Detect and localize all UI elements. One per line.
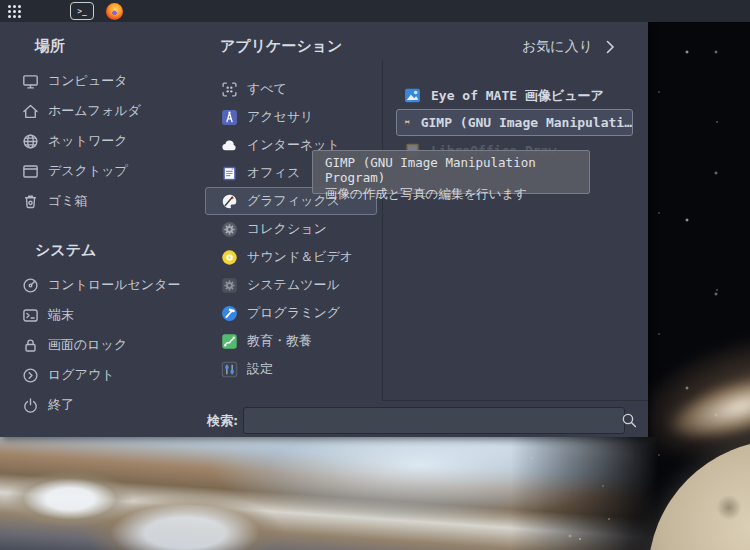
chevron-right-icon [606, 40, 615, 54]
eye-of-mate-icon [404, 87, 421, 104]
computer-icon [22, 73, 39, 90]
collection-icon [221, 221, 238, 238]
search-divider [382, 400, 648, 401]
desktop-screen: >_ 場所 コンピュータ ホームフォルダ ネットワーク デスクトップ [0, 0, 750, 550]
column-divider [382, 60, 383, 400]
programming-icon [221, 305, 238, 322]
search-input[interactable] [243, 407, 625, 434]
terminal-icon [22, 307, 39, 324]
logout-icon [22, 367, 39, 384]
system-header: システム [35, 241, 96, 260]
settings-icon [221, 361, 238, 378]
control-center-icon [22, 277, 39, 294]
applications-header: アプリケーション [220, 37, 342, 56]
gimp-tooltip: GIMP (GNU Image Manipulation Program) 画像… [312, 150, 590, 194]
firefox-icon[interactable] [106, 3, 123, 20]
sound-video-icon [221, 249, 238, 266]
top-panel: >_ [0, 0, 750, 22]
place-item-computer[interactable]: コンピュータ [0, 66, 200, 96]
home-icon [22, 103, 39, 120]
gimp-icon [404, 114, 411, 131]
search-icon [621, 412, 638, 429]
trash-icon [22, 193, 39, 210]
menu-apps-grid-icon[interactable] [7, 4, 22, 19]
system-item-terminal[interactable]: 端末 [0, 300, 200, 330]
all-apps-icon [221, 81, 238, 98]
system-item-control-center[interactable]: コントロールセンター [0, 270, 200, 300]
favorites-header[interactable]: お気に入り [385, 38, 615, 56]
desktop-icon [22, 163, 39, 180]
internet-icon [221, 137, 238, 154]
network-globe-icon [22, 133, 39, 150]
category-collection[interactable]: コレクション [205, 215, 377, 243]
category-education[interactable]: 教育・教養 [205, 327, 377, 355]
category-programming[interactable]: プログラミング [205, 299, 377, 327]
favorite-app-eye-of-mate[interactable]: Eye of MATE 画像ビューア [396, 82, 633, 109]
jupiter-planet [0, 437, 672, 550]
category-system-tools[interactable]: システムツール [205, 271, 377, 299]
category-sound-video[interactable]: サウンド＆ビデオ [205, 243, 377, 271]
category-settings[interactable]: 設定 [205, 355, 377, 383]
place-item-home[interactable]: ホームフォルダ [0, 96, 200, 126]
place-item-trash[interactable]: ゴミ箱 [0, 186, 200, 216]
system-item-logout[interactable]: ログアウト [0, 360, 200, 390]
graphics-icon [221, 193, 238, 210]
application-menu: 場所 コンピュータ ホームフォルダ ネットワーク デスクトップ ゴミ箱 [0, 22, 648, 437]
places-header: 場所 [35, 37, 65, 56]
tooltip-title: GIMP (GNU Image Manipulation Program) [325, 155, 577, 185]
place-item-desktop[interactable]: デスクトップ [0, 156, 200, 186]
favorite-app-gimp[interactable]: GIMP (GNU Image Manipulati… [396, 109, 633, 136]
terminal-launcher-icon[interactable]: >_ [70, 2, 94, 20]
system-item-lock-screen[interactable]: 画面のロック [0, 330, 200, 360]
lock-icon [22, 337, 39, 354]
search-bar: 検索: [0, 406, 648, 436]
place-item-network[interactable]: ネットワーク [0, 126, 200, 156]
system-tools-icon [221, 277, 238, 294]
search-label: 検索: [207, 412, 238, 430]
education-icon [221, 333, 238, 350]
tooltip-description: 画像の作成と写真の編集を行います [325, 185, 577, 203]
category-all[interactable]: すべて [205, 75, 377, 103]
search-button[interactable] [618, 409, 640, 431]
category-accessories[interactable]: アクセサリ [205, 103, 377, 131]
office-icon [221, 165, 238, 182]
accessories-icon [221, 109, 238, 126]
